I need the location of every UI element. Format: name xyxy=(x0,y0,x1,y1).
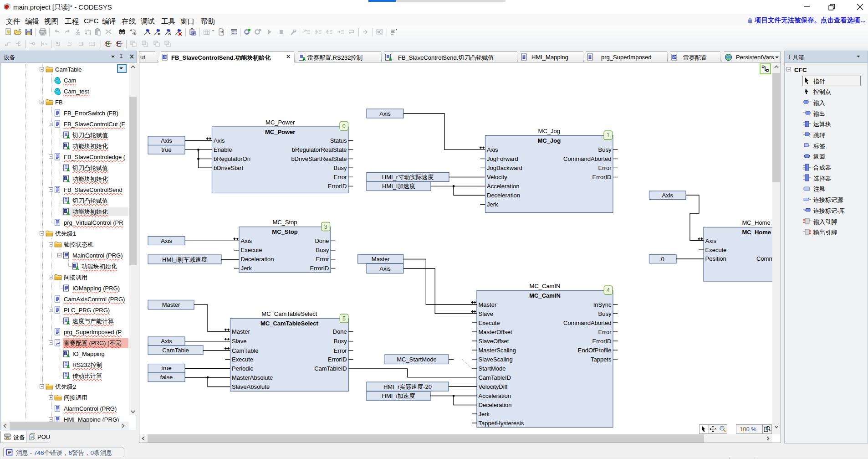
svg-text:A: A xyxy=(66,211,70,216)
svg-text:MC_CamTableSelect: MC_CamTableSelect xyxy=(261,310,317,317)
svg-text:R: R xyxy=(79,41,82,45)
svg-text:Busy: Busy xyxy=(598,146,612,153)
svg-text:Axis: Axis xyxy=(705,237,717,244)
svg-text:Master: Master xyxy=(162,301,180,308)
svg-text:Axis: Axis xyxy=(241,237,252,244)
svg-text:Error: Error xyxy=(316,256,330,263)
svg-text:Execute: Execute xyxy=(479,320,500,326)
svg-text:Slave: Slave xyxy=(479,310,494,317)
svg-text:MC_Power: MC_Power xyxy=(266,119,295,126)
svg-text:Jerk: Jerk xyxy=(479,411,490,418)
svg-text:Status: Status xyxy=(330,137,347,144)
svg-text:0: 0 xyxy=(661,256,664,263)
svg-text:Jerk: Jerk xyxy=(487,201,498,208)
svg-text:HMI_i刹车减速度: HMI_i刹车减速度 xyxy=(162,256,207,263)
svg-text:Error: Error xyxy=(598,329,612,335)
svg-text:A: A xyxy=(66,320,70,325)
svg-text:Busy: Busy xyxy=(598,310,612,317)
svg-text:A: A xyxy=(66,145,70,150)
svg-text:bDriveStartRealState: bDriveStartRealState xyxy=(291,155,347,162)
svg-text:A: A xyxy=(66,375,70,380)
svg-text:ErrorID: ErrorID xyxy=(592,174,612,181)
svg-text:Axis: Axis xyxy=(662,192,674,199)
svg-text:Position: Position xyxy=(705,255,726,262)
svg-text:Axis: Axis xyxy=(161,137,172,144)
svg-text:bRegulatorOn: bRegulatorOn xyxy=(214,155,250,162)
svg-text:true: true xyxy=(161,146,171,153)
svg-text:MC_Home: MC_Home xyxy=(742,229,771,236)
svg-text:MC_CamIN: MC_CamIN xyxy=(529,292,561,299)
svg-text:Axis: Axis xyxy=(379,265,391,272)
svg-text:CamTable: CamTable xyxy=(162,347,189,354)
svg-text:ErrorID: ErrorID xyxy=(328,183,347,190)
svg-text:Busy: Busy xyxy=(334,165,347,171)
svg-text:Deceleration: Deceleration xyxy=(487,192,520,199)
svg-text:EN: EN xyxy=(43,42,47,46)
svg-text:A: A xyxy=(66,167,70,172)
svg-text:MasterAbsolute: MasterAbsolute xyxy=(232,374,273,381)
svg-text:Axis: Axis xyxy=(161,237,172,244)
svg-text:A: A xyxy=(66,178,70,183)
svg-text:Axis: Axis xyxy=(214,137,225,144)
svg-text:A: A xyxy=(66,364,70,369)
svg-text:MC_Jog: MC_Jog xyxy=(538,128,560,134)
svg-text:Execute: Execute xyxy=(241,247,262,253)
svg-text:ErrorID: ErrorID xyxy=(592,338,612,345)
svg-text:REF: REF xyxy=(89,41,95,45)
svg-text:bDriveStart: bDriveStart xyxy=(214,165,243,171)
svg-text:0: 0 xyxy=(342,123,346,129)
svg-text:MC_StartMode: MC_StartMode xyxy=(397,356,436,363)
svg-text:MC_Stop: MC_Stop xyxy=(272,228,297,235)
svg-text:HMI_i加速度: HMI_i加速度 xyxy=(382,183,415,190)
svg-text:JogForward: JogForward xyxy=(487,155,518,162)
svg-text:CommandAborted: CommandAborted xyxy=(563,320,612,326)
svg-text:StartMode: StartMode xyxy=(479,365,506,372)
svg-text:CamTableID: CamTableID xyxy=(314,365,347,372)
svg-text:VelocityDiff: VelocityDiff xyxy=(479,383,508,390)
svg-text:Acceleration: Acceleration xyxy=(487,183,520,190)
svg-text:SlaveScaling: SlaveScaling xyxy=(479,356,513,363)
svg-text:Axis: Axis xyxy=(379,110,391,117)
svg-text:false: false xyxy=(160,374,173,381)
svg-text:Done: Done xyxy=(333,328,347,335)
svg-text:TappetHysteresis: TappetHysteresis xyxy=(479,420,524,427)
svg-text:Periodic: Periodic xyxy=(232,365,253,372)
svg-text:SlaveAbsolute: SlaveAbsolute xyxy=(232,383,270,390)
svg-text:HMI_i加速度: HMI_i加速度 xyxy=(382,392,415,399)
svg-text:Acceleration: Acceleration xyxy=(479,392,511,399)
svg-text:MasterOffset: MasterOffset xyxy=(479,329,513,335)
svg-text:CamTable: CamTable xyxy=(232,347,259,354)
svg-text:Master: Master xyxy=(479,301,497,308)
svg-text:MasterScaling: MasterScaling xyxy=(479,347,516,354)
svg-text:Deceleration: Deceleration xyxy=(241,256,274,263)
svg-text:S: S xyxy=(68,41,70,45)
svg-text:Tappets: Tappets xyxy=(591,356,612,363)
svg-text:HMI_r实际速度-20: HMI_r实际速度-20 xyxy=(383,383,432,390)
svg-text:Done: Done xyxy=(315,237,329,244)
svg-text:A: A xyxy=(130,28,133,32)
svg-text:A: A xyxy=(389,56,393,61)
svg-text:MC_Power: MC_Power xyxy=(265,129,295,135)
svg-text:Master: Master xyxy=(372,256,390,263)
svg-text:true: true xyxy=(161,365,171,371)
svg-text:EndOfProfile: EndOfProfile xyxy=(578,347,612,354)
svg-text:HMI_r寸动实际速度: HMI_r寸动实际速度 xyxy=(382,174,434,181)
svg-text:1: 1 xyxy=(607,132,610,139)
svg-text:MC_Home: MC_Home xyxy=(742,219,771,226)
svg-text:MC_Jog: MC_Jog xyxy=(538,137,561,144)
svg-text:A: A xyxy=(66,353,70,358)
svg-text:Error: Error xyxy=(334,174,347,181)
svg-text:Deceleration: Deceleration xyxy=(479,402,512,408)
svg-text:CamTableID: CamTableID xyxy=(479,374,511,381)
svg-text:SlaveOffset: SlaveOffset xyxy=(479,338,509,345)
svg-text:ErrorID: ErrorID xyxy=(310,265,329,272)
svg-text:Axis: Axis xyxy=(161,338,172,345)
svg-text:5: 5 xyxy=(342,315,346,322)
svg-text:Error: Error xyxy=(598,165,612,171)
svg-text:A: A xyxy=(76,266,79,270)
svg-text:Busy: Busy xyxy=(334,338,347,345)
svg-text:A: A xyxy=(66,200,70,205)
svg-text:Velocity: Velocity xyxy=(487,174,507,181)
svg-text:A: A xyxy=(66,134,70,139)
svg-text:Slave: Slave xyxy=(232,338,247,345)
